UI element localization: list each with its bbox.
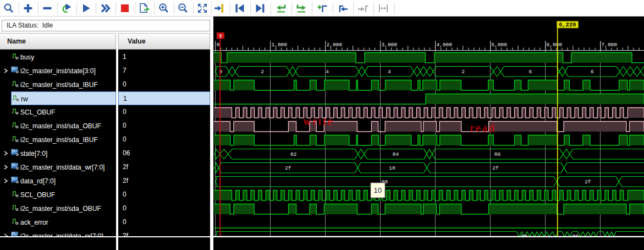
svg-text:2f: 2f (492, 165, 499, 171)
svg-text:6: 6 (529, 69, 532, 75)
svg-text:2f: 2f (585, 179, 591, 185)
svg-text:6: 6 (591, 69, 594, 75)
svg-text:06: 06 (494, 151, 501, 157)
svg-text:2f: 2f (285, 165, 291, 171)
svg-text:7,000: 7,000 (602, 42, 618, 48)
svg-text:1,000: 1,000 (272, 42, 288, 48)
svg-text:2: 2 (261, 69, 264, 75)
svg-text:4,000: 4,000 (437, 42, 453, 48)
svg-text:10: 10 (389, 165, 395, 171)
svg-text:3,000: 3,000 (382, 42, 398, 48)
svg-text:read: read (470, 122, 496, 134)
svg-text:4: 4 (326, 69, 329, 75)
svg-text:T: T (219, 34, 222, 40)
svg-text:02: 02 (290, 151, 297, 157)
svg-text:6,220: 6,220 (559, 21, 576, 28)
svg-text:write: write (303, 115, 334, 127)
svg-text:10: 10 (373, 186, 381, 194)
svg-text:4: 4 (388, 69, 391, 75)
svg-text:04: 04 (393, 151, 399, 157)
svg-text:6,000: 6,000 (547, 42, 563, 48)
svg-text:2,000: 2,000 (327, 42, 343, 48)
svg-text:5,000: 5,000 (492, 42, 508, 48)
svg-text:2: 2 (461, 69, 465, 75)
svg-text:0: 0 (217, 42, 220, 48)
